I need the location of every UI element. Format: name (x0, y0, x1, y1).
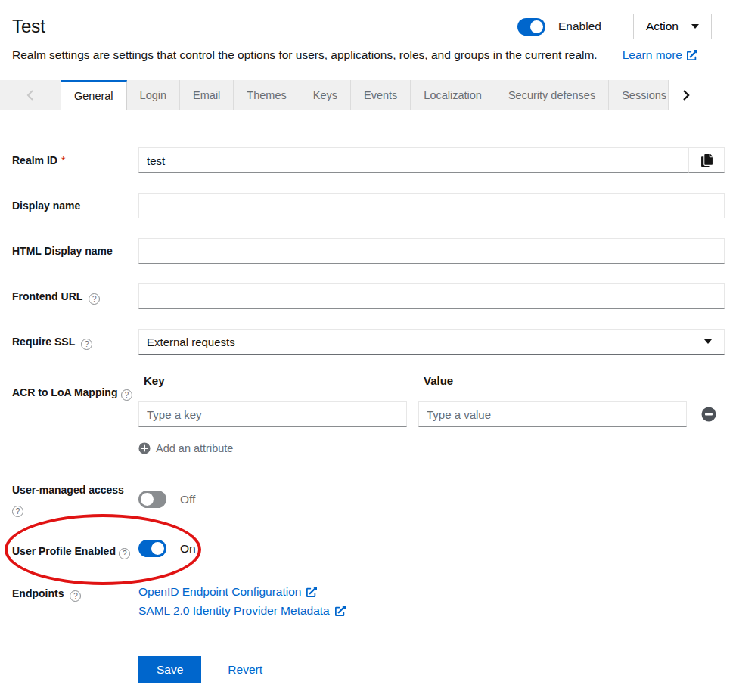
tabbar-filler (703, 80, 736, 110)
external-link-icon (335, 606, 346, 616)
tab-label: Keys (313, 89, 337, 101)
acr-loa-mapping-label: ACR to LoA Mapping (12, 386, 117, 398)
learn-more-link[interactable]: Learn more (623, 48, 697, 62)
tab-keys[interactable]: Keys (300, 80, 351, 110)
realm-enabled-toggle[interactable] (517, 18, 545, 36)
question-circle-icon[interactable]: ? (119, 548, 130, 559)
tab-sessions[interactable]: Sessions (609, 80, 669, 110)
angle-right-icon (682, 90, 690, 101)
add-attribute-label: Add an attribute (156, 442, 233, 454)
user-managed-access-toggle[interactable] (138, 491, 166, 508)
tab-label: Events (364, 89, 397, 101)
action-dropdown-label: Action (646, 20, 679, 33)
page-header: Test Enabled Action Realm settings are s… (0, 0, 736, 80)
acr-value-input[interactable] (418, 401, 687, 427)
endpoints-row: Endpoints? OpenID Endpoint Configuration… (12, 584, 725, 617)
user-profile-enabled-state: On (180, 542, 196, 556)
acr-key-input[interactable] (138, 401, 407, 427)
angle-left-icon (26, 90, 34, 101)
toggle-knob (151, 542, 164, 555)
caret-down-icon (704, 339, 712, 344)
minus-circle-icon (701, 407, 716, 422)
display-name-label: Display name (12, 200, 80, 212)
realm-id-row: Realm ID* (12, 147, 725, 173)
tab-label: Security defenses (508, 89, 595, 101)
form-actions: Save Revert (138, 656, 725, 683)
toggle-knob (530, 20, 543, 33)
question-circle-icon[interactable]: ? (121, 389, 132, 401)
html-display-name-label: HTML Display name (12, 245, 113, 257)
require-ssl-selected-value: External requests (147, 336, 704, 348)
tab-themes[interactable]: Themes (234, 80, 300, 110)
save-button[interactable]: Save (138, 656, 201, 683)
question-circle-icon[interactable]: ? (89, 293, 100, 305)
display-name-input[interactable] (138, 193, 725, 218)
remove-attribute-button[interactable] (701, 407, 716, 422)
learn-more-label: Learn more (623, 48, 682, 62)
general-settings-form: Realm ID* Display name HTML Display name… (0, 110, 736, 683)
user-profile-enabled-label: User Profile Enabled (12, 545, 116, 557)
tab-label: Sessions (622, 89, 666, 101)
question-circle-icon[interactable]: ? (81, 339, 92, 350)
copy-icon (700, 154, 713, 167)
user-managed-access-row: User-managed access ? Off (12, 482, 725, 517)
tab-security-defenses[interactable]: Security defenses (495, 80, 609, 110)
caret-down-icon (691, 24, 699, 29)
tab-email[interactable]: Email (180, 80, 234, 110)
realm-enabled-toggle-group: Enabled (517, 18, 601, 36)
tab-events[interactable]: Events (351, 80, 411, 110)
add-attribute-button[interactable]: Add an attribute (138, 442, 233, 454)
tab-label: Themes (247, 89, 286, 101)
value-column-header: Value (418, 374, 687, 387)
saml-metadata-link-label: SAML 2.0 Identity Provider Metadata (138, 604, 330, 617)
copy-button[interactable] (688, 147, 725, 173)
plus-circle-icon (138, 442, 151, 454)
user-profile-enabled-row: User Profile Enabled ? On (12, 537, 725, 559)
openid-endpoint-link-label: OpenID Endpoint Configuration (138, 585, 301, 598)
realm-settings-tabs: General Login Email Themes Keys Events L… (0, 80, 736, 110)
tab-label: General (74, 90, 113, 102)
saml-metadata-link[interactable]: SAML 2.0 Identity Provider Metadata (138, 604, 346, 617)
acr-loa-mapping-row: ACR to LoA Mapping ? Key Value Add an at… (12, 374, 725, 457)
realm-id-input[interactable] (138, 147, 688, 173)
tab-label: Email (193, 89, 220, 101)
tab-label: Login (140, 89, 166, 101)
external-link-icon (306, 587, 317, 597)
external-link-icon (687, 50, 697, 60)
tab-label: Localization (424, 89, 482, 101)
user-profile-enabled-toggle[interactable] (138, 540, 166, 557)
realm-id-label: Realm ID (12, 154, 57, 166)
tab-general[interactable]: General (61, 80, 127, 110)
openid-endpoint-configuration-link[interactable]: OpenID Endpoint Configuration (138, 585, 317, 598)
realm-enabled-label: Enabled (558, 20, 601, 33)
user-managed-access-label: User-managed access (12, 484, 124, 496)
display-name-row: Display name (12, 193, 725, 218)
tabs-scroll-left-button[interactable] (0, 80, 61, 110)
frontend-url-row: Frontend URL? (12, 283, 725, 309)
tab-localization[interactable]: Localization (411, 80, 495, 110)
page-description: Realm settings are settings that control… (12, 48, 598, 62)
html-display-name-row: HTML Display name (12, 238, 725, 264)
require-ssl-row: Require SSL? External requests (12, 329, 725, 355)
tab-login[interactable]: Login (127, 80, 180, 110)
require-ssl-label: Require SSL (12, 336, 75, 348)
frontend-url-label: Frontend URL (12, 290, 82, 302)
toggle-knob (141, 493, 154, 506)
required-indicator: * (61, 154, 65, 166)
key-column-header: Key (138, 374, 407, 387)
endpoints-label: Endpoints (12, 587, 64, 599)
user-managed-access-state: Off (180, 493, 195, 506)
tabs-scroll-right-button[interactable] (669, 80, 703, 110)
html-display-name-input[interactable] (138, 238, 725, 264)
action-dropdown-button[interactable]: Action (633, 14, 712, 39)
revert-button[interactable]: Revert (228, 663, 262, 677)
require-ssl-select[interactable]: External requests (138, 329, 725, 355)
frontend-url-input[interactable] (138, 283, 725, 309)
question-circle-icon[interactable]: ? (70, 590, 81, 602)
question-circle-icon[interactable]: ? (12, 506, 23, 517)
page-title: Test (12, 16, 45, 37)
